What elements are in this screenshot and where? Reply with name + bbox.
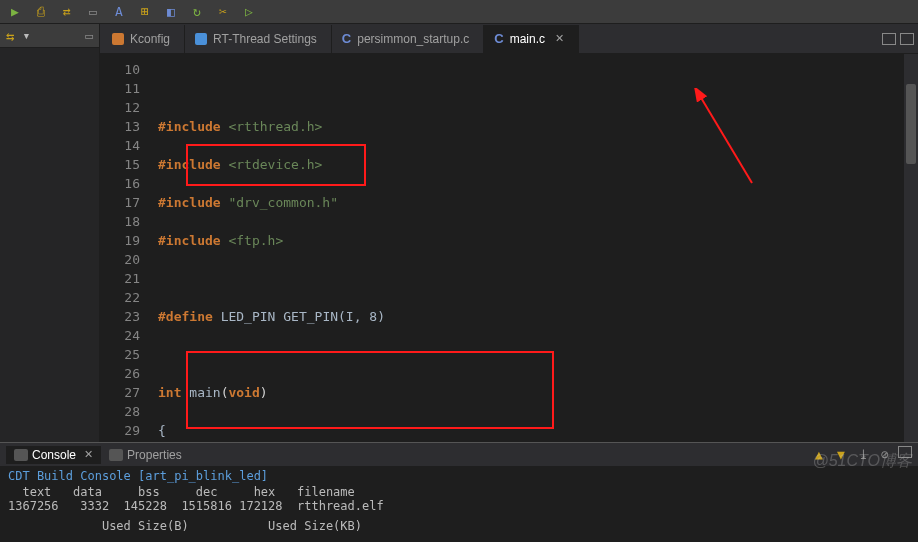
properties-icon (109, 449, 123, 461)
tab-label: RT-Thread Settings (213, 32, 317, 46)
properties-tab-label: Properties (127, 448, 182, 462)
console-data-row: 1367256 3332 145228 1515816 172128 rtthr… (8, 499, 910, 513)
c-file-icon: C (494, 31, 503, 46)
editor-tabs: Kconfig RT-Thread Settings Cpersimmon_st… (100, 24, 918, 54)
tab-kconfig[interactable]: Kconfig (102, 25, 185, 53)
tab-rtthread-settings[interactable]: RT-Thread Settings (185, 25, 332, 53)
minimize-icon[interactable] (882, 33, 896, 45)
sync-icon[interactable]: ⇆ (6, 28, 14, 44)
console-foot-row: Used Size(B) Used Size(KB) (8, 519, 910, 533)
tab-label: main.c (510, 32, 545, 46)
scrollbar-thumb[interactable] (906, 84, 916, 164)
chevron-down-icon[interactable]: ▾ (22, 28, 30, 43)
code-editor[interactable]: 1011121314151617181920212223242526272829… (100, 54, 918, 442)
code-body[interactable]: #include <rtthread.h> #include <rtdevice… (150, 54, 918, 442)
tb-cut-icon[interactable]: ✂ (214, 3, 232, 21)
top-toolbar: ▶ ⎙ ⇄ ▭ A ⊞ ◧ ↻ ✂ ▷ (0, 0, 918, 24)
console-title: CDT Build Console [art_pi_blink_led] (8, 469, 910, 483)
console-tab-label: Console (32, 448, 76, 462)
console-icon (14, 449, 28, 461)
console-body[interactable]: CDT Build Console [art_pi_blink_led] tex… (0, 467, 918, 542)
nav-icon[interactable]: ▭ (85, 28, 93, 43)
tab-persimmon-startup[interactable]: Cpersimmon_startup.c (332, 25, 484, 53)
tb-save-icon[interactable]: ⎙ (32, 3, 50, 21)
close-icon[interactable]: ✕ (555, 32, 564, 45)
tab-label: Kconfig (130, 32, 170, 46)
kconfig-icon (112, 33, 124, 45)
vertical-scrollbar[interactable] (904, 54, 918, 442)
watermark: @51CTO博客 (812, 451, 912, 472)
settings-icon (195, 33, 207, 45)
console-tabs: Console✕ Properties ▲ ▼ ⤓ ⊘ (0, 443, 918, 467)
tb-switch-icon[interactable]: ⇄ (58, 3, 76, 21)
sidebar-toolbar: ⇆ ▾ ▭ (0, 24, 99, 48)
tab-main-c[interactable]: Cmain.c✕ (484, 25, 579, 53)
maximize-icon[interactable] (900, 33, 914, 45)
console-panel: Console✕ Properties ▲ ▼ ⤓ ⊘ CDT Build Co… (0, 442, 918, 542)
line-gutter: 1011121314151617181920212223242526272829… (100, 54, 150, 442)
tb-db-icon[interactable]: ⊞ (136, 3, 154, 21)
tb-term-icon[interactable]: ▭ (84, 3, 102, 21)
console-header-row: text data bss dec hex filename (8, 485, 910, 499)
c-file-icon: C (342, 31, 351, 46)
sidebar: ⇆ ▾ ▭ (0, 24, 100, 442)
tb-a-icon[interactable]: A (110, 3, 128, 21)
tb-debug-icon[interactable]: ▶ (6, 3, 24, 21)
tb-refresh-icon[interactable]: ↻ (188, 3, 206, 21)
properties-tab[interactable]: Properties (101, 446, 190, 464)
tb-play-icon[interactable]: ▷ (240, 3, 258, 21)
tab-label: persimmon_startup.c (357, 32, 469, 46)
console-tab[interactable]: Console✕ (6, 446, 101, 464)
tb-snap-icon[interactable]: ◧ (162, 3, 180, 21)
editor-window-controls (882, 33, 914, 45)
close-icon[interactable]: ✕ (84, 448, 93, 461)
